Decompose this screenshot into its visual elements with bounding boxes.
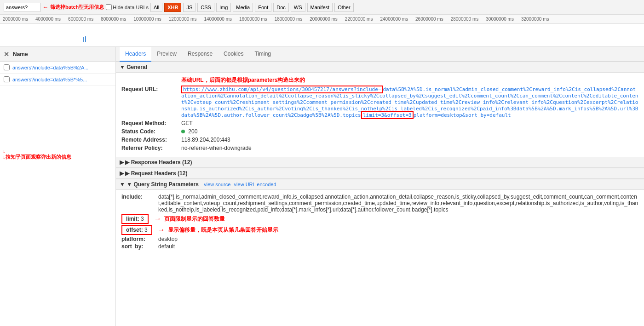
url-annotation-row: 基础URL，后面的都是根据parameters构造出来的 bbox=[121, 76, 638, 84]
timeline-label: 18000000 ms bbox=[275, 17, 303, 22]
timeline-label: 26000000 ms bbox=[415, 17, 443, 22]
filter-doc[interactable]: Doc bbox=[273, 3, 289, 12]
search-input[interactable] bbox=[4, 3, 40, 12]
limit-box: limit: 3 bbox=[121, 214, 149, 224]
include-param-label: include: bbox=[121, 194, 158, 213]
status-code-label: Status Code: bbox=[121, 128, 181, 135]
query-params-section-header[interactable]: ▼ ▼ Query String Parameters view source … bbox=[116, 179, 644, 190]
list-item[interactable]: answers?include=data%5B*%5... bbox=[0, 74, 115, 86]
remote-address-label: Remote Address: bbox=[121, 137, 181, 143]
item-name: answers?include=data%5B*%5... bbox=[12, 77, 87, 82]
detail-content: ▼ General 基础URL，后面的都是根据parameters构造出来的 R… bbox=[116, 62, 644, 254]
right-arrow-icon2: → bbox=[158, 226, 165, 234]
tab-headers[interactable]: Headers bbox=[120, 47, 151, 62]
url-end-part: platform=desktop&sort_by=default bbox=[414, 112, 511, 118]
timeline-chart bbox=[0, 24, 644, 47]
tab-extra[interactable] bbox=[276, 47, 288, 62]
offset-annotation: → 显示偏移量，既是本页从第几条回答开始显示 bbox=[158, 226, 278, 234]
main-container: ✕ Name answers?include=data%5B%2A... ans… bbox=[0, 47, 644, 326]
view-source-link[interactable]: view source bbox=[204, 182, 230, 187]
timeline-label: 32000000 ms bbox=[521, 17, 549, 22]
filter-css[interactable]: CSS bbox=[197, 3, 214, 12]
section-arrow-closed-icon: ▶ bbox=[120, 159, 124, 166]
filter-manifest[interactable]: Manifest bbox=[307, 3, 333, 12]
offset-param-value: 3 bbox=[144, 227, 148, 233]
hide-data-urls-checkbox[interactable] bbox=[106, 4, 112, 10]
status-code-value: 200 bbox=[181, 128, 638, 135]
item-checkbox[interactable] bbox=[4, 64, 10, 70]
sort-by-param-value: default bbox=[158, 243, 638, 250]
right-arrow-icon: → bbox=[154, 215, 161, 223]
tab-preview[interactable]: Preview bbox=[151, 47, 182, 62]
limit-param-value: 3 bbox=[141, 216, 144, 222]
filter-xhr[interactable]: XHR bbox=[164, 3, 181, 12]
name-panel-header: ✕ Name bbox=[0, 47, 115, 62]
request-method-value: GET bbox=[181, 120, 638, 126]
filter-all[interactable]: All bbox=[150, 3, 162, 12]
limit-param-row: limit: 3 → 页面限制显示的回答数量 bbox=[121, 214, 638, 224]
include-param-row: include: data[*].is_normal,admin_closed_… bbox=[121, 194, 638, 213]
timeline-labels: 2000000 ms 4000000 ms 6000000 ms 8000000… bbox=[0, 15, 644, 24]
detail-panel: ▼ General 基础URL，后面的都是根据parameters构造出来的 R… bbox=[116, 62, 644, 326]
platform-param-label: platform: bbox=[121, 236, 158, 242]
general-title: General bbox=[126, 64, 147, 70]
section-arrow-icon: ▼ bbox=[120, 64, 125, 70]
hide-data-urls-label[interactable]: Hide data URLs bbox=[106, 4, 149, 10]
tab-timing[interactable]: Timing bbox=[249, 47, 276, 62]
status-dot-icon bbox=[181, 130, 185, 133]
toolbar: ← 筛选掉batch型无用信息 Hide data URLs All XHR J… bbox=[0, 0, 644, 15]
arrow-icon: ← bbox=[42, 4, 48, 11]
request-method-row: Request Method: GET bbox=[121, 120, 638, 126]
timeline-label: 16000000 ms bbox=[239, 17, 267, 22]
filter-img[interactable]: Img bbox=[216, 3, 231, 12]
query-params-content: include: data[*].is_normal,admin_closed_… bbox=[116, 190, 644, 254]
item-checkbox[interactable] bbox=[4, 76, 10, 82]
limit-annotation: → 页面限制显示的回答数量 bbox=[154, 215, 225, 223]
referrer-policy-label: Referrer Policy: bbox=[121, 145, 181, 151]
url-base-part: https://www.zhihu.com/api/v4/questions/3… bbox=[181, 86, 638, 119]
filter-ws[interactable]: WS bbox=[291, 3, 305, 12]
url-limit-offset-highlight: limit=3&offset=3 bbox=[361, 111, 414, 119]
offset-param-label: offset: bbox=[126, 227, 143, 233]
timeline-label: 6000000 ms bbox=[68, 17, 93, 22]
general-section-header[interactable]: ▼ General bbox=[116, 62, 644, 73]
tab-response[interactable]: Response bbox=[182, 47, 218, 62]
timeline-label: 22000000 ms bbox=[345, 17, 373, 22]
query-params-title: ▼ Query String Parameters bbox=[126, 181, 199, 188]
timeline-label: 12000000 ms bbox=[169, 17, 197, 22]
list-item[interactable]: answers?include=data%5B%2A... bbox=[0, 62, 115, 74]
tabs-bar: Headers Preview Response Cookies Timing bbox=[116, 47, 644, 62]
timeline-label: 2000000 ms bbox=[3, 17, 28, 22]
request-headers-title: ▶ Request Headers (12) bbox=[125, 170, 187, 177]
response-headers-section-header[interactable]: ▶ ▶ Response Headers (12) bbox=[116, 157, 644, 168]
sort-by-param-label: sort_by: bbox=[121, 243, 158, 250]
sort-by-param-row: sort_by: default bbox=[121, 243, 638, 250]
timeline-label: 24000000 ms bbox=[380, 17, 408, 22]
include-param-value: data[*].is_normal,admin_closed_comment,r… bbox=[158, 194, 638, 213]
request-headers-section-header[interactable]: ▶ ▶ Request Headers (12) bbox=[116, 168, 644, 179]
remote-address-row: Remote Address: 118.89.204.200:443 bbox=[121, 137, 638, 143]
timeline-label: 14000000 ms bbox=[204, 17, 232, 22]
general-section: 基础URL，后面的都是根据parameters构造出来的 Request URL… bbox=[116, 73, 644, 157]
detail-wrapper: Headers Preview Response Cookies Timing … bbox=[116, 47, 644, 326]
close-panel-button[interactable]: ✕ bbox=[4, 51, 9, 58]
filter-js[interactable]: JS bbox=[183, 3, 196, 12]
offset-param-row: offset: 3 → 显示偏移量，既是本页从第几条回答开始显示 bbox=[121, 225, 638, 235]
filter-other[interactable]: Other bbox=[334, 3, 354, 12]
timeline-label: 8000000 ms bbox=[101, 17, 126, 22]
tab-cookies[interactable]: Cookies bbox=[218, 47, 249, 62]
name-list: answers?include=data%5B%2A... answers?in… bbox=[0, 62, 115, 326]
section-arrow-closed-icon2: ▶ bbox=[120, 170, 124, 177]
timeline-label: 10000000 ms bbox=[133, 17, 161, 22]
item-name: answers?include=data%5B%2A... bbox=[12, 65, 88, 70]
offset-box: offset: 3 bbox=[121, 225, 152, 235]
filter-font[interactable]: Font bbox=[255, 3, 271, 12]
status-code-row: Status Code: 200 bbox=[121, 128, 638, 135]
timeline-label: 28000000 ms bbox=[451, 17, 479, 22]
view-url-encoded-link[interactable]: view URL encoded bbox=[234, 182, 276, 187]
filter-media[interactable]: Media bbox=[233, 3, 253, 12]
platform-param-value: desktop bbox=[158, 236, 638, 242]
referrer-policy-row: Referrer Policy: no-referrer-when-downgr… bbox=[121, 145, 638, 151]
timeline-label: 4000000 ms bbox=[35, 17, 61, 22]
toolbar-annotation: 筛选掉batch型无用信息 bbox=[50, 4, 104, 11]
